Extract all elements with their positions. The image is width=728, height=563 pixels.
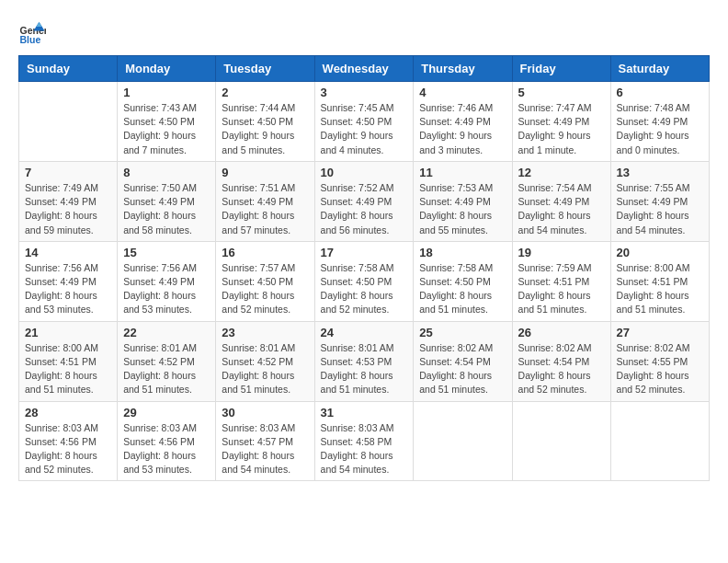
day-number: 15 bbox=[123, 246, 210, 259]
day-number: 3 bbox=[321, 86, 408, 99]
day-number: 10 bbox=[321, 166, 408, 179]
day-number: 2 bbox=[222, 86, 308, 99]
day-number: 19 bbox=[518, 246, 605, 259]
calendar-header-row: SundayMondayTuesdayWednesdayThursdayFrid… bbox=[19, 56, 710, 82]
day-number: 1 bbox=[123, 86, 210, 99]
day-info: Sunrise: 7:44 AMSunset: 4:50 PMDaylight:… bbox=[222, 101, 308, 157]
calendar-week-row: 7 Sunrise: 7:49 AMSunset: 4:49 PMDayligh… bbox=[19, 161, 710, 241]
calendar-week-row: 14 Sunrise: 7:56 AMSunset: 4:49 PMDaylig… bbox=[19, 241, 710, 321]
calendar-cell: 16 Sunrise: 7:57 AMSunset: 4:50 PMDaylig… bbox=[216, 241, 314, 321]
day-number: 11 bbox=[419, 166, 506, 179]
calendar-cell: 26 Sunrise: 8:02 AMSunset: 4:54 PMDaylig… bbox=[512, 321, 610, 401]
calendar-cell bbox=[19, 82, 118, 162]
day-info: Sunrise: 7:59 AMSunset: 4:51 PMDaylight:… bbox=[518, 261, 605, 317]
calendar-header-friday: Friday bbox=[512, 56, 610, 82]
calendar-cell: 2 Sunrise: 7:44 AMSunset: 4:50 PMDayligh… bbox=[216, 82, 314, 162]
calendar-cell bbox=[610, 401, 709, 481]
calendar-cell bbox=[414, 401, 512, 481]
calendar-cell: 22 Sunrise: 8:01 AMSunset: 4:52 PMDaylig… bbox=[118, 321, 216, 401]
calendar-header-thursday: Thursday bbox=[414, 56, 512, 82]
calendar-cell: 15 Sunrise: 7:56 AMSunset: 4:49 PMDaylig… bbox=[118, 241, 216, 321]
calendar-header-monday: Monday bbox=[118, 56, 216, 82]
day-number: 4 bbox=[419, 86, 506, 99]
day-info: Sunrise: 8:01 AMSunset: 4:52 PMDaylight:… bbox=[123, 341, 210, 397]
day-info: Sunrise: 8:00 AMSunset: 4:51 PMDaylight:… bbox=[25, 341, 111, 397]
day-number: 31 bbox=[321, 406, 408, 419]
day-number: 18 bbox=[419, 246, 506, 259]
calendar-cell: 18 Sunrise: 7:58 AMSunset: 4:50 PMDaylig… bbox=[414, 241, 512, 321]
day-number: 6 bbox=[617, 86, 703, 99]
calendar-cell bbox=[512, 401, 610, 481]
logo: General Blue bbox=[18, 18, 46, 46]
day-info: Sunrise: 8:03 AMSunset: 4:56 PMDaylight:… bbox=[123, 421, 210, 477]
calendar-cell: 7 Sunrise: 7:49 AMSunset: 4:49 PMDayligh… bbox=[19, 161, 118, 241]
day-number: 9 bbox=[222, 166, 308, 179]
day-number: 28 bbox=[25, 406, 111, 419]
calendar-cell: 9 Sunrise: 7:51 AMSunset: 4:49 PMDayligh… bbox=[216, 161, 314, 241]
calendar-cell: 19 Sunrise: 7:59 AMSunset: 4:51 PMDaylig… bbox=[512, 241, 610, 321]
calendar-header-sunday: Sunday bbox=[19, 56, 118, 82]
day-number: 17 bbox=[321, 246, 408, 259]
day-info: Sunrise: 7:54 AMSunset: 4:49 PMDaylight:… bbox=[518, 181, 605, 237]
logo-icon: General Blue bbox=[18, 18, 46, 46]
calendar-cell: 28 Sunrise: 8:03 AMSunset: 4:56 PMDaylig… bbox=[19, 401, 118, 481]
day-info: Sunrise: 8:01 AMSunset: 4:53 PMDaylight:… bbox=[321, 341, 408, 397]
day-number: 16 bbox=[222, 246, 308, 259]
calendar-cell: 29 Sunrise: 8:03 AMSunset: 4:56 PMDaylig… bbox=[118, 401, 216, 481]
day-info: Sunrise: 8:02 AMSunset: 4:54 PMDaylight:… bbox=[419, 341, 506, 397]
day-info: Sunrise: 7:46 AMSunset: 4:49 PMDaylight:… bbox=[419, 101, 506, 157]
day-number: 7 bbox=[25, 166, 111, 179]
svg-text:Blue: Blue bbox=[20, 34, 41, 45]
day-number: 29 bbox=[123, 406, 210, 419]
day-info: Sunrise: 7:47 AMSunset: 4:49 PMDaylight:… bbox=[518, 101, 605, 157]
day-info: Sunrise: 7:53 AMSunset: 4:49 PMDaylight:… bbox=[419, 181, 506, 237]
calendar-cell: 6 Sunrise: 7:48 AMSunset: 4:49 PMDayligh… bbox=[610, 82, 709, 162]
page-header: General Blue bbox=[18, 18, 710, 46]
day-number: 30 bbox=[222, 406, 308, 419]
day-number: 22 bbox=[123, 326, 210, 339]
calendar-cell: 20 Sunrise: 8:00 AMSunset: 4:51 PMDaylig… bbox=[610, 241, 709, 321]
day-number: 12 bbox=[518, 166, 605, 179]
day-info: Sunrise: 8:03 AMSunset: 4:56 PMDaylight:… bbox=[25, 421, 111, 477]
calendar-week-row: 28 Sunrise: 8:03 AMSunset: 4:56 PMDaylig… bbox=[19, 401, 710, 481]
day-info: Sunrise: 8:01 AMSunset: 4:52 PMDaylight:… bbox=[222, 341, 308, 397]
day-info: Sunrise: 8:02 AMSunset: 4:55 PMDaylight:… bbox=[617, 341, 703, 397]
day-info: Sunrise: 7:43 AMSunset: 4:50 PMDaylight:… bbox=[123, 101, 210, 157]
day-number: 20 bbox=[617, 246, 703, 259]
calendar-cell: 21 Sunrise: 8:00 AMSunset: 4:51 PMDaylig… bbox=[19, 321, 118, 401]
calendar-cell: 24 Sunrise: 8:01 AMSunset: 4:53 PMDaylig… bbox=[314, 321, 414, 401]
calendar-cell: 25 Sunrise: 8:02 AMSunset: 4:54 PMDaylig… bbox=[414, 321, 512, 401]
day-number: 14 bbox=[25, 246, 111, 259]
calendar-cell: 10 Sunrise: 7:52 AMSunset: 4:49 PMDaylig… bbox=[314, 161, 414, 241]
calendar-cell: 4 Sunrise: 7:46 AMSunset: 4:49 PMDayligh… bbox=[414, 82, 512, 162]
day-number: 8 bbox=[123, 166, 210, 179]
day-info: Sunrise: 8:03 AMSunset: 4:58 PMDaylight:… bbox=[321, 421, 408, 477]
day-number: 25 bbox=[419, 326, 506, 339]
day-number: 5 bbox=[518, 86, 605, 99]
day-info: Sunrise: 7:56 AMSunset: 4:49 PMDaylight:… bbox=[25, 261, 111, 317]
calendar-week-row: 21 Sunrise: 8:00 AMSunset: 4:51 PMDaylig… bbox=[19, 321, 710, 401]
day-number: 26 bbox=[518, 326, 605, 339]
calendar-header-wednesday: Wednesday bbox=[314, 56, 414, 82]
calendar-cell: 1 Sunrise: 7:43 AMSunset: 4:50 PMDayligh… bbox=[118, 82, 216, 162]
day-info: Sunrise: 7:58 AMSunset: 4:50 PMDaylight:… bbox=[419, 261, 506, 317]
calendar-cell: 23 Sunrise: 8:01 AMSunset: 4:52 PMDaylig… bbox=[216, 321, 314, 401]
calendar-cell: 11 Sunrise: 7:53 AMSunset: 4:49 PMDaylig… bbox=[414, 161, 512, 241]
day-info: Sunrise: 8:03 AMSunset: 4:57 PMDaylight:… bbox=[222, 421, 308, 477]
calendar-cell: 31 Sunrise: 8:03 AMSunset: 4:58 PMDaylig… bbox=[314, 401, 414, 481]
day-info: Sunrise: 7:51 AMSunset: 4:49 PMDaylight:… bbox=[222, 181, 308, 237]
calendar-cell: 12 Sunrise: 7:54 AMSunset: 4:49 PMDaylig… bbox=[512, 161, 610, 241]
calendar-cell: 30 Sunrise: 8:03 AMSunset: 4:57 PMDaylig… bbox=[216, 401, 314, 481]
day-info: Sunrise: 7:49 AMSunset: 4:49 PMDaylight:… bbox=[25, 181, 111, 237]
day-info: Sunrise: 7:45 AMSunset: 4:50 PMDaylight:… bbox=[321, 101, 408, 157]
calendar-header-saturday: Saturday bbox=[610, 56, 709, 82]
calendar-cell: 8 Sunrise: 7:50 AMSunset: 4:49 PMDayligh… bbox=[118, 161, 216, 241]
calendar-cell: 5 Sunrise: 7:47 AMSunset: 4:49 PMDayligh… bbox=[512, 82, 610, 162]
calendar-cell: 14 Sunrise: 7:56 AMSunset: 4:49 PMDaylig… bbox=[19, 241, 118, 321]
calendar-week-row: 1 Sunrise: 7:43 AMSunset: 4:50 PMDayligh… bbox=[19, 82, 710, 162]
day-number: 21 bbox=[25, 326, 111, 339]
calendar-cell: 17 Sunrise: 7:58 AMSunset: 4:50 PMDaylig… bbox=[314, 241, 414, 321]
day-info: Sunrise: 7:48 AMSunset: 4:49 PMDaylight:… bbox=[617, 101, 703, 157]
calendar-cell: 3 Sunrise: 7:45 AMSunset: 4:50 PMDayligh… bbox=[314, 82, 414, 162]
day-info: Sunrise: 7:56 AMSunset: 4:49 PMDaylight:… bbox=[123, 261, 210, 317]
